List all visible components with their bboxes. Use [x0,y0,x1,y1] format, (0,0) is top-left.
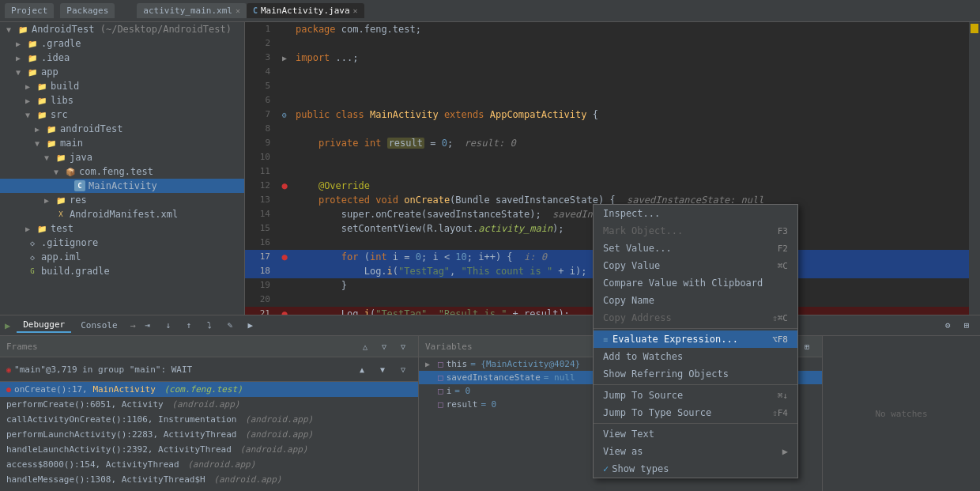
sidebar-item-buildgradle[interactable]: G build.gradle [0,264,244,278]
resume-btn[interactable]: ▶ [242,317,259,334]
editor-line-10: 10 [245,150,980,164]
sidebar-item-androidtest[interactable]: ▶ 📁 androidTest [0,122,244,136]
editor-scrollbar[interactable] [969,22,980,315]
menu-show-types-label: Show types [612,463,669,474]
menu-evaluate-label: Evaluate Expression... [612,334,738,345]
expand-icon: ▶ [16,54,24,62]
sidebar-res-label: res [70,195,87,206]
frames-up-btn[interactable]: △ [356,338,374,355]
frames-filter-btn[interactable]: ▽ [394,338,412,355]
sidebar-item-idea[interactable]: ▶ 📁 .idea [0,51,244,65]
console-nav-icon[interactable]: → [130,320,136,331]
file2-close-icon[interactable]: ✕ [353,6,358,15]
sidebar-app-label: app [41,66,58,77]
sidebar-item-app[interactable]: ▼ 📁 app [0,65,244,79]
frame-method-3: performLaunchActivity():2283, ActivityTh… [6,429,236,440]
frame-item[interactable]: performCreate():6051, Activity (android.… [0,397,418,412]
sidebar-item-package[interactable]: ▼ 📦 com.feng.test [0,164,244,179]
console-tab[interactable]: Console [74,319,123,332]
packages-tab[interactable]: Packages [60,3,115,18]
var-icon: □ [438,386,443,396]
sidebar-package-label: com.feng.test [79,166,153,177]
evaluate-icon: ≡ [603,335,608,344]
sidebar-appiml-label: app.iml [41,251,81,262]
editor-line-9: 9 private int result = 0; result: 0 [245,136,980,150]
java-icon: C [74,180,85,191]
layout-btn[interactable]: ⊞ [958,317,975,334]
file1-tab[interactable]: activity_main.xml ✕ [137,3,247,18]
menu-copy-name[interactable]: Copy Name [594,292,797,309]
menu-jump-source[interactable]: Jump To Source ⌘↓ [594,387,797,404]
frame-item[interactable]: handleLaunchActivity():2392, ActivityThr… [0,442,418,457]
sidebar-root[interactable]: ▼ 📁 AndroidTest (~/Desktop/AndroidTest) [0,22,244,36]
run-cursor-btn[interactable]: ⤵ [201,317,218,334]
frame-pkg-5: (android.app) [183,459,256,470]
frames-title: Frames [6,342,38,352]
menu-evaluate[interactable]: ≡ Evaluate Expression... ⌥F8 [594,330,797,348]
sidebar-item-appiml[interactable]: ◇ app.iml [0,250,244,264]
sidebar-item-mainactivity[interactable]: C MainActivity [0,179,244,193]
menu-copy-name-label: Copy Name [603,295,654,306]
var-icon: □ [438,399,443,410]
sidebar-main-label: main [60,138,83,149]
sidebar-item-src[interactable]: ▼ 📁 src [0,108,244,122]
settings-btn[interactable]: ⚙ [939,317,956,334]
frame-item[interactable]: handleMessage():1308, ActivityThread$H (… [0,472,418,487]
expand-icon: ▶ [35,125,43,134]
var-value-1: = null [544,372,575,383]
packages-tab-label: Packages [66,6,108,16]
menu-view-text[interactable]: View Text [594,425,797,443]
variables-expand-btn[interactable]: ⊞ [798,338,816,355]
thread-filter-btn[interactable]: ▽ [394,361,412,378]
file2-tab[interactable]: C MainActivity.java ✕ [247,3,364,18]
sidebar-item-gradle[interactable]: ▶ 📁 .gradle [0,36,244,51]
folder-icon: 📁 [27,38,38,49]
frames-down-btn[interactable]: ▽ [375,338,393,355]
frame-item[interactable]: callActivityOnCreate():1106, Instrumenta… [0,412,418,427]
menu-show-types[interactable]: ✓ Show types [594,460,797,478]
sidebar-item-libs[interactable]: ▶ 📁 libs [0,93,244,108]
menu-copy-address[interactable]: Copy Address ⇧⌘C [594,309,797,327]
thread-up-btn[interactable]: ▲ [353,361,371,378]
menu-inspect[interactable]: Inspect... [594,205,797,222]
menu-evaluate-content: ≡ Evaluate Expression... [603,334,738,345]
evaluate-btn[interactable]: ✎ [221,317,239,334]
frame-item[interactable]: ● onCreate():17, MainActivity (com.feng.… [0,382,418,397]
step-into-btn[interactable]: ↓ [160,317,177,334]
menu-jump-type[interactable]: Jump To Type Source ⇧F4 [594,404,797,421]
sidebar-item-build[interactable]: ▶ 📁 build [0,79,244,93]
frame-pkg-1: (android.app) [167,399,240,410]
menu-mark-object[interactable]: Mark Object... F3 [594,222,797,240]
step-over-btn[interactable]: ⇥ [139,317,156,334]
file1-close-icon[interactable]: ✕ [236,6,240,15]
sidebar-item-java[interactable]: ▼ 📁 java [0,150,244,164]
frame-item[interactable]: performLaunchActivity():2283, ActivityTh… [0,427,418,442]
sidebar-item-gitignore[interactable]: ◇ .gitignore [0,236,244,250]
file-icon: ◇ [27,251,38,262]
frame-item[interactable]: access$8000():154, ActivityThread (andro… [0,457,418,472]
sidebar-item-res[interactable]: ▶ 📁 res [0,193,244,207]
var-icon: □ [438,372,443,383]
expand-icon: ▼ [16,68,24,77]
menu-copy-value[interactable]: Copy Value ⌘C [594,257,797,274]
project-tab[interactable]: Project [5,3,54,18]
gradle-icon: G [27,266,38,277]
editor-line-6: 6 [245,93,980,108]
menu-view-as[interactable]: View as ▶ [594,443,797,460]
step-out-btn[interactable]: ↑ [180,317,198,334]
thread-down-btn[interactable]: ▼ [374,361,391,378]
menu-show-referring[interactable]: Show Referring Objects [594,365,797,383]
sidebar-item-main[interactable]: ▼ 📁 main [0,136,244,150]
frame-method-0: onCreate():17, MainActivity [14,384,156,395]
menu-copy-address-label: Copy Address [603,312,672,323]
sidebar-androidtest-label: androidTest [60,123,122,134]
expand-icon: ▶ [44,196,52,205]
file1-tab-label: activity_main.xml [143,6,232,16]
folder-icon: 📁 [17,24,28,35]
menu-compare-value[interactable]: Compare Value with Clipboard [594,274,797,292]
menu-set-value[interactable]: Set Value... F2 [594,240,797,257]
menu-add-watches[interactable]: Add to Watches [594,348,797,365]
sidebar-item-manifest[interactable]: X AndroidManifest.xml [0,207,244,221]
debugger-tab[interactable]: Debugger [17,318,71,333]
sidebar-item-test[interactable]: ▶ 📁 test [0,221,244,236]
